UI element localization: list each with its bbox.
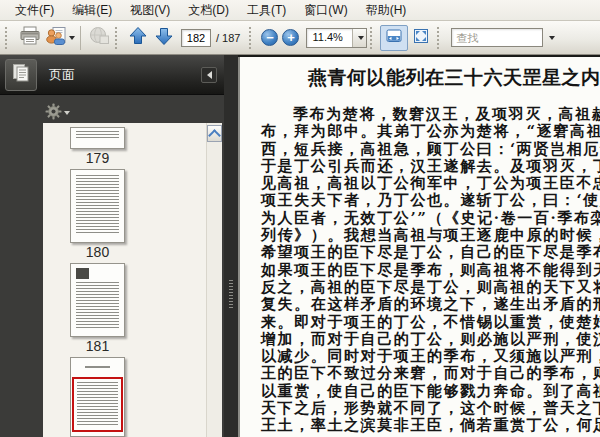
thumbnail-list: 179 180 181 (43, 123, 207, 437)
fit-page-icon (412, 27, 430, 48)
zoom-level-value: 11.4% (307, 29, 352, 47)
text-line: 希望项王的臣下尽是丁公，自己的臣下尽是季布吧！ (240, 244, 600, 261)
text-line: 复失。在这样矛盾的环境之下，遂生出矛盾的刑赏 (240, 296, 600, 313)
fit-page-button[interactable] (408, 24, 434, 52)
thumbnails-scrollbar[interactable] (206, 123, 222, 437)
collaborate-button[interactable] (45, 24, 75, 52)
print-button[interactable] (15, 24, 45, 52)
text-line: 反之，高祖的臣下尽是丁公，则高祖的天下又将得而 (240, 279, 600, 296)
text-line: 王的臣下不致过分来窘，而对于自己的季布，则须锡 (240, 365, 600, 382)
text-line: 为人臣者，无效丁公’”（《史记·卷一百·季布栾布 (240, 210, 600, 227)
pages-panel-tab[interactable] (5, 59, 37, 91)
document-title: 燕青何以能列在三十六天罡星之内 (308, 65, 600, 89)
zoom-in-button[interactable]: + (282, 29, 299, 46)
text-line: 季布为楚将，数窘汉王，及项羽灭，高祖赦季 (240, 106, 600, 123)
previous-page-button[interactable] (125, 24, 151, 52)
text-line: 列传》）。我想当高祖与项王逐鹿中原的时候，大约 (240, 227, 600, 244)
text-line: 王土，率土之滨莫非王臣，倘若重赏丁公，何足以警 (240, 417, 600, 434)
text-line: 项王失天下者，乃丁公也。遂斩丁公，曰：‘使后世 (240, 192, 600, 209)
document-view[interactable]: 燕青何以能列在三十六天罡星之内 季布为楚将，数窘汉王，及项羽灭，高祖赦季 布，拜… (238, 55, 600, 437)
thumbnail-page-179[interactable]: 179 (70, 127, 125, 169)
panel-title: 页面 (49, 66, 201, 84)
thumbnail-image (70, 263, 125, 337)
thumbnail-image (70, 169, 125, 243)
thumbnail-options-button[interactable] (43, 101, 72, 125)
toolbar-separator (80, 26, 81, 50)
page-number-input[interactable] (181, 29, 211, 47)
zoom-level-select[interactable]: 11.4% (306, 28, 367, 48)
menu-tools[interactable]: 工具(T) (238, 0, 295, 21)
current-view-highlight[interactable] (72, 377, 123, 432)
menu-file[interactable]: 文件(F) (6, 0, 63, 21)
text-line: 于是丁公引兵而还，汉王遂解去。及项羽灭，丁公谒 (240, 158, 600, 175)
text-line: 以重赏，使自己的臣下能够戮力奔命。到了高祖得到 (240, 383, 600, 400)
thumbnails-viewport: 179 180 181 (43, 123, 222, 437)
find-box (451, 28, 558, 47)
document-page: 燕青何以能列在三十六天罡星之内 季布为楚将，数窘汉王，及项羽灭，高祖赦季 布，拜… (240, 57, 600, 437)
menu-help[interactable]: 帮助(H) (357, 0, 416, 21)
text-line: 如果项王的臣下尽是季布，则高祖将不能得到天下； (240, 262, 600, 279)
thumbnail-page-180[interactable]: 180 (70, 169, 125, 263)
collaborate-dropdown-arrow (69, 36, 75, 40)
toolbar-separator (437, 27, 444, 49)
text-line: 见高祖，高祖以丁公徇军中，丁公为项王臣不忠，使 (240, 175, 600, 192)
toolbar-separator (249, 27, 256, 49)
thumbnail-page-182-current[interactable] (70, 357, 125, 437)
thumbnail-page-number: 180 (70, 243, 125, 263)
find-input[interactable] (451, 28, 543, 47)
text-line: 以减少。同时对于项王的季布，又须施以严刑，使项 (240, 348, 600, 365)
text-line: 增加，而对于自己的丁公，则必施以严刑，使汉奸可 (240, 331, 600, 348)
globe-document-icon (89, 26, 110, 49)
thumbnail-image (70, 127, 125, 149)
content-area: 页面 (0, 55, 600, 437)
pages-icon (11, 63, 31, 86)
pdf-reader-window: 文件(F) 编辑(E) 视图(V) 文档(D) 工具(T) 窗口(W) 帮助(H… (0, 0, 600, 437)
splitter-grip-icon (229, 280, 233, 310)
fit-width-icon (385, 27, 403, 48)
chevron-up-icon (208, 129, 221, 142)
navigation-pane: 页面 (0, 55, 224, 437)
chevron-down-icon (358, 36, 364, 40)
chevron-left-icon (207, 71, 212, 79)
chevron-down-icon (64, 111, 70, 115)
text-line: 布，拜为郎中。其弟丁公亦为楚将，“逐窘高祖彭城 (240, 123, 600, 140)
zoom-dropdown-segment[interactable] (352, 29, 366, 47)
thumbnails-options-bar (43, 101, 72, 125)
document-body: 季布为楚将，数窘汉王，及项羽灭，高祖赦季 布，拜为郎中。其弟丁公亦为楚将，“逐窘… (240, 106, 600, 435)
toolbar-separator (5, 27, 12, 49)
toolbar: / 187 − + 11.4% (0, 21, 600, 55)
menu-window[interactable]: 窗口(W) (295, 0, 356, 21)
page-total-label: / 187 (216, 32, 240, 44)
toolbar-separator (370, 27, 377, 49)
pages-panel-header: 页面 (0, 55, 224, 95)
arrow-down-icon (154, 26, 174, 49)
thumbnail-image (70, 357, 125, 437)
toolbar-separator (115, 27, 122, 49)
panel-splitter[interactable] (224, 55, 238, 437)
menu-edit[interactable]: 编辑(E) (63, 0, 121, 21)
printer-icon (19, 26, 41, 49)
menu-view[interactable]: 视图(V) (121, 0, 179, 21)
zoom-out-button[interactable]: − (261, 29, 278, 46)
menu-document[interactable]: 文档(D) (179, 0, 238, 21)
text-line: 天下之后，形势就不同了，这个时候，普天之下莫非 (240, 400, 600, 417)
fit-width-button[interactable] (380, 25, 408, 51)
arrow-up-icon (128, 26, 148, 49)
menu-bar: 文件(F) 编辑(E) 视图(V) 文档(D) 工具(T) 窗口(W) 帮助(H… (0, 0, 600, 21)
thumbnail-page-181[interactable]: 181 (70, 263, 125, 357)
thumbnail-page-number: 181 (70, 337, 125, 357)
collapse-panel-button[interactable] (201, 67, 217, 83)
text-line: 来。即对于项王的丁公，不惜锡以重赏，使楚奸可以 (240, 314, 600, 331)
chevron-down-icon (549, 36, 555, 40)
next-page-button[interactable] (151, 24, 177, 52)
gear-icon (45, 103, 62, 123)
text-line: 西，短兵接，高祖急，顾丁公曰：‘两贤岂相厄哉?’ (240, 141, 600, 158)
share-review-button (86, 24, 112, 52)
collaborate-people-icon (45, 26, 67, 49)
find-dropdown-button[interactable] (543, 28, 558, 47)
thumbnail-page-number: 179 (70, 149, 125, 169)
thumbnail-figure (76, 268, 89, 279)
scroll-up-button[interactable] (207, 125, 222, 142)
